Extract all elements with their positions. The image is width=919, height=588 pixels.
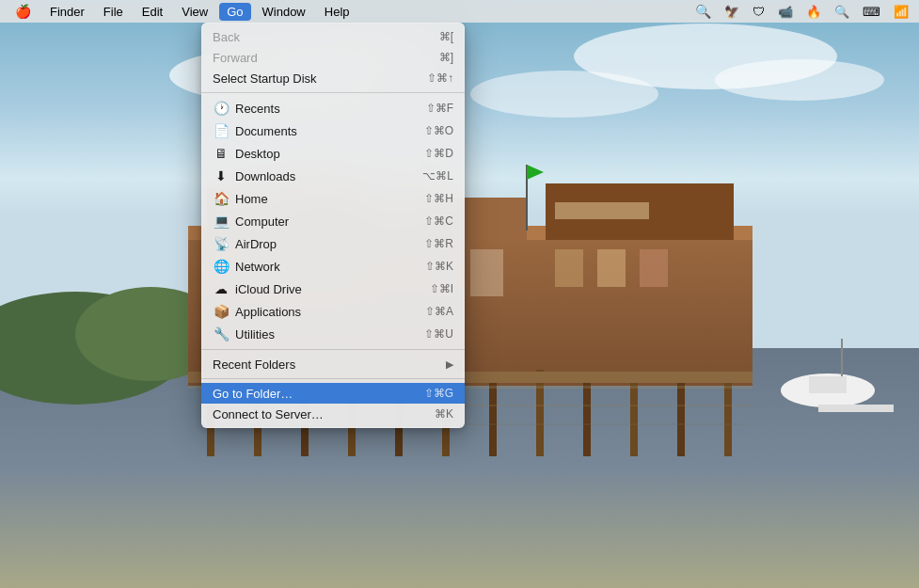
menu-item-applications[interactable]: 📦 Applications ⇧⌘A: [201, 300, 465, 323]
menubar-icon-1[interactable]: 🦅: [721, 5, 742, 19]
menu-item-icloud-drive-label: iCloud Drive: [235, 282, 430, 296]
menubar-window[interactable]: Window: [255, 3, 313, 21]
menu-item-home[interactable]: 🏠 Home ⇧⌘H: [201, 187, 465, 210]
menu-item-applications-shortcut: ⇧⌘A: [425, 305, 453, 318]
svg-rect-50: [818, 405, 894, 412]
menubar-icon-2[interactable]: 🛡: [750, 5, 768, 19]
menubar-finder[interactable]: Finder: [42, 3, 92, 21]
menu-item-computer[interactable]: 💻 Computer ⇧⌘C: [201, 210, 465, 232]
menu-item-recent-folders[interactable]: Recent Folders ▶: [201, 354, 465, 374]
utilities-icon: 🔧: [213, 326, 230, 342]
menubar-edit[interactable]: Edit: [135, 3, 170, 21]
menu-item-startup-disk-shortcut: ⇧⌘↑: [427, 72, 453, 85]
menu-item-desktop-label: Desktop: [235, 147, 424, 161]
menu-item-back[interactable]: Back ⌘[: [201, 26, 465, 47]
menu-item-network-label: Network: [235, 260, 425, 274]
menu-item-icloud-drive-shortcut: ⇧⌘I: [430, 282, 453, 295]
menu-item-forward[interactable]: Forward ⌘]: [201, 47, 465, 68]
menubar-view[interactable]: View: [174, 3, 215, 21]
menu-item-back-label: Back: [213, 30, 439, 44]
separator-1: [201, 92, 465, 93]
menu-item-applications-label: Applications: [235, 305, 425, 319]
menu-item-icloud-drive[interactable]: ☁ iCloud Drive ⇧⌘I: [201, 278, 465, 300]
menu-item-utilities-shortcut: ⇧⌘U: [424, 327, 453, 341]
menu-item-connect-to-server-shortcut: ⌘K: [435, 407, 453, 421]
menu-item-forward-label: Forward: [213, 51, 439, 65]
menu-item-select-startup-disk[interactable]: Select Startup Disk ⇧⌘↑: [201, 68, 465, 88]
svg-point-5: [715, 59, 884, 101]
menu-item-downloads-shortcut: ⌥⌘L: [422, 169, 453, 183]
home-icon: 🏠: [213, 190, 230, 207]
documents-icon: 📄: [213, 122, 230, 139]
menu-item-utilities-label: Utilities: [235, 327, 424, 342]
desktop-icon: 🖥: [213, 145, 230, 162]
menubar-icon-5[interactable]: 🔍: [832, 5, 852, 19]
menubar-go[interactable]: Go: [219, 3, 250, 21]
menubar-right-icons: 🔍 🦅 🛡 📹 🔥 🔍 ⌨ 📶: [692, 4, 911, 19]
menu-item-startup-disk-label: Select Startup Disk: [213, 72, 427, 86]
svg-rect-48: [809, 376, 847, 393]
menubar: 🍎 Finder File Edit View Go Window Help 🔍…: [0, 0, 919, 23]
menubar-icon-spotlight[interactable]: 🔍: [692, 4, 714, 19]
menu-item-recents-shortcut: ⇧⌘F: [426, 102, 453, 115]
menubar-icon-6[interactable]: ⌨: [860, 5, 883, 19]
svg-rect-35: [677, 372, 685, 456]
computer-icon: 💻: [213, 213, 230, 230]
menubar-icon-wifi[interactable]: 📶: [891, 5, 911, 19]
downloads-icon: ⬇: [213, 167, 230, 184]
svg-rect-24: [555, 202, 649, 219]
menu-item-documents-label: Documents: [235, 124, 424, 138]
menubar-icon-3[interactable]: 📹: [775, 5, 796, 19]
menu-item-desktop-shortcut: ⇧⌘D: [424, 147, 453, 160]
separator-3: [201, 378, 465, 379]
go-menu: Back ⌘[ Forward ⌘] Select Startup Disk ⇧…: [201, 23, 465, 428]
menu-item-downloads[interactable]: ⬇ Downloads ⌥⌘L: [201, 165, 465, 187]
svg-rect-19: [470, 249, 503, 296]
svg-rect-20: [555, 249, 583, 287]
menu-item-downloads-label: Downloads: [235, 169, 422, 183]
menu-item-computer-shortcut: ⇧⌘C: [424, 215, 453, 228]
svg-rect-22: [640, 249, 668, 287]
recents-icon: 🕐: [213, 100, 230, 117]
menu-item-airdrop[interactable]: 📡 AirDrop ⇧⌘R: [201, 232, 465, 255]
menu-item-documents[interactable]: 📄 Documents ⇧⌘O: [201, 119, 465, 142]
menu-item-network-shortcut: ⇧⌘K: [425, 260, 453, 273]
menu-item-recent-folders-arrow: ▶: [446, 358, 453, 371]
airdrop-icon: 📡: [213, 235, 230, 252]
menu-item-go-to-folder[interactable]: Go to Folder… ⇧⌘G: [201, 383, 465, 404]
menu-item-go-to-folder-shortcut: ⇧⌘G: [424, 387, 453, 400]
menu-item-home-shortcut: ⇧⌘H: [424, 192, 453, 205]
apple-menu[interactable]: 🍎: [8, 4, 39, 19]
icloud-icon: ☁: [213, 280, 230, 297]
menu-item-home-label: Home: [235, 192, 424, 206]
menubar-icon-4[interactable]: 🔥: [803, 5, 824, 19]
menu-item-recents[interactable]: 🕐 Recents ⇧⌘F: [201, 97, 465, 119]
menu-item-back-shortcut: ⌘[: [439, 30, 453, 43]
separator-2: [201, 349, 465, 350]
menu-item-go-to-folder-label: Go to Folder…: [213, 387, 424, 401]
menu-item-network[interactable]: 🌐 Network ⇧⌘K: [201, 255, 465, 278]
applications-icon: 📦: [213, 303, 230, 320]
menu-item-desktop[interactable]: 🖥 Desktop ⇧⌘D: [201, 142, 465, 165]
menu-item-utilities[interactable]: 🔧 Utilities ⇧⌘U: [201, 323, 465, 345]
menubar-file[interactable]: File: [96, 3, 131, 21]
svg-rect-21: [597, 249, 626, 287]
menu-item-recents-label: Recents: [235, 102, 426, 116]
menu-item-connect-to-server[interactable]: Connect to Server… ⌘K: [201, 404, 465, 424]
menu-item-documents-shortcut: ⇧⌘O: [424, 124, 453, 137]
menu-item-airdrop-label: AirDrop: [235, 237, 424, 251]
menu-item-forward-shortcut: ⌘]: [439, 51, 453, 64]
menu-item-computer-label: Computer: [235, 215, 424, 229]
network-icon: 🌐: [213, 258, 230, 275]
menu-item-connect-to-server-label: Connect to Server…: [213, 407, 435, 421]
menu-item-airdrop-shortcut: ⇧⌘R: [424, 237, 453, 250]
menu-item-recent-folders-label: Recent Folders: [213, 358, 446, 372]
menubar-help[interactable]: Help: [317, 3, 357, 21]
